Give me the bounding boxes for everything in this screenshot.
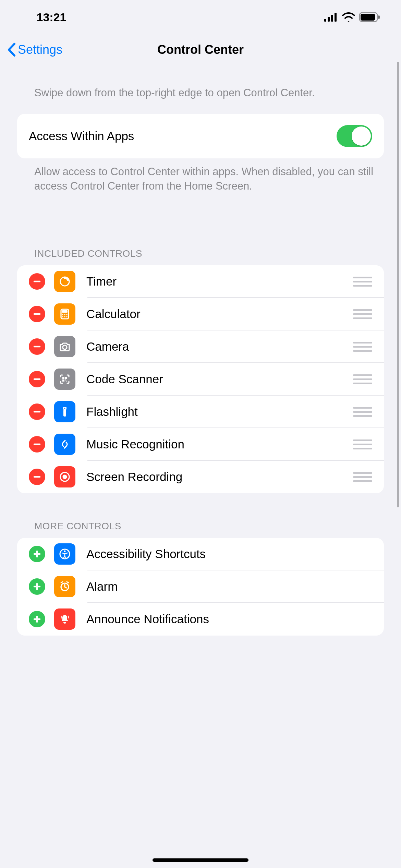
announce-icon xyxy=(54,608,75,630)
access-label: Access Within Apps xyxy=(29,129,337,143)
remove-button[interactable] xyxy=(29,338,45,355)
svg-rect-11 xyxy=(62,310,68,313)
included-row-flash: Flashlight xyxy=(17,396,384,428)
row-label: Announce Notifications xyxy=(86,612,384,626)
status-indicators xyxy=(324,12,380,22)
scroll-indicator xyxy=(397,62,399,507)
included-row-calc: Calculator xyxy=(17,298,384,330)
calc-icon xyxy=(54,303,75,325)
shazam-icon xyxy=(54,434,75,455)
row-label: Music Recognition xyxy=(86,437,353,451)
remove-button[interactable] xyxy=(29,436,45,453)
svg-point-14 xyxy=(66,314,68,315)
svg-rect-0 xyxy=(324,19,326,22)
included-row-shazam: Music Recognition xyxy=(17,428,384,461)
svg-point-13 xyxy=(64,314,65,315)
drag-handle[interactable] xyxy=(353,407,372,417)
toggle-knob xyxy=(352,126,371,146)
remove-button[interactable] xyxy=(29,469,45,485)
svg-point-17 xyxy=(66,316,68,317)
home-indicator xyxy=(153,858,248,862)
qr-icon xyxy=(54,369,75,390)
remove-button[interactable] xyxy=(29,273,45,290)
more-row-announce: Announce Notifications xyxy=(17,603,384,636)
drag-handle[interactable] xyxy=(353,439,372,449)
access-group: Access Within Apps xyxy=(17,114,384,158)
drag-handle[interactable] xyxy=(353,309,372,319)
svg-point-16 xyxy=(64,316,65,317)
accessibility-icon xyxy=(54,543,75,565)
remove-button[interactable] xyxy=(29,403,45,420)
timer-icon xyxy=(54,271,75,292)
row-label: Accessibility Shortcuts xyxy=(86,547,384,561)
svg-rect-6 xyxy=(378,15,380,19)
svg-point-15 xyxy=(62,316,63,317)
add-button[interactable] xyxy=(29,578,45,595)
battery-icon xyxy=(359,12,380,22)
more-row-alarm: Alarm xyxy=(17,570,384,603)
remove-button[interactable] xyxy=(29,371,45,387)
svg-line-44 xyxy=(61,582,63,583)
remove-button[interactable] xyxy=(29,306,45,322)
drag-handle[interactable] xyxy=(353,277,372,287)
status-bar: 13:21 xyxy=(0,0,401,34)
access-note: Allow access to Control Center within ap… xyxy=(0,158,401,193)
svg-rect-25 xyxy=(66,381,68,382)
wifi-icon xyxy=(342,12,355,22)
svg-point-12 xyxy=(62,314,63,315)
svg-rect-2 xyxy=(331,15,333,22)
access-within-apps-cell: Access Within Apps xyxy=(17,114,384,158)
more-header: MORE CONTROLS xyxy=(0,521,401,538)
drag-handle[interactable] xyxy=(353,342,372,352)
svg-rect-21 xyxy=(62,377,64,379)
drag-handle[interactable] xyxy=(353,374,372,384)
more-controls-group: Accessibility ShortcutsAlarmAnnounce Not… xyxy=(17,538,384,636)
included-controls-group: TimerCalculatorCamera Code ScannerFlashl… xyxy=(17,265,384,493)
included-header: INCLUDED CONTROLS xyxy=(0,248,401,265)
svg-rect-23 xyxy=(62,379,64,382)
row-label: Flashlight xyxy=(86,405,353,419)
svg-point-28 xyxy=(64,408,65,409)
chevron-left-icon xyxy=(7,43,16,57)
nav-bar: Settings Control Center xyxy=(0,34,401,65)
svg-point-38 xyxy=(64,551,66,552)
row-label: Code Scanner xyxy=(86,372,353,386)
row-label: Timer xyxy=(86,275,353,288)
page-title: Control Center xyxy=(157,43,244,57)
add-button[interactable] xyxy=(29,611,45,627)
row-label: Screen Recording xyxy=(86,470,353,484)
svg-rect-5 xyxy=(361,14,375,21)
row-label: Alarm xyxy=(86,580,384,593)
svg-rect-1 xyxy=(328,17,330,22)
included-row-camera: Camera xyxy=(17,330,384,363)
svg-point-34 xyxy=(63,475,67,479)
flash-icon xyxy=(54,401,75,422)
camera-icon xyxy=(54,336,75,357)
back-button[interactable]: Settings xyxy=(7,43,62,57)
row-label: Camera xyxy=(86,340,353,353)
cellular-icon xyxy=(324,13,338,22)
svg-point-19 xyxy=(63,345,67,349)
svg-rect-22 xyxy=(65,377,67,379)
intro-text: Swipe down from the top-right edge to op… xyxy=(0,65,401,114)
included-row-record: Screen Recording xyxy=(17,461,384,493)
add-button[interactable] xyxy=(29,546,45,562)
status-time: 13:21 xyxy=(0,11,103,24)
svg-rect-3 xyxy=(335,13,337,22)
alarm-icon xyxy=(54,576,75,597)
drag-handle[interactable] xyxy=(353,472,372,482)
included-row-timer: Timer xyxy=(17,265,384,298)
svg-rect-24 xyxy=(65,379,66,381)
record-icon xyxy=(54,466,75,487)
back-label: Settings xyxy=(18,43,62,57)
access-toggle[interactable] xyxy=(337,125,372,147)
more-row-accessibility: Accessibility Shortcuts xyxy=(17,538,384,570)
svg-rect-29 xyxy=(63,410,66,417)
svg-line-43 xyxy=(65,587,66,588)
included-row-qr: Code Scanner xyxy=(17,363,384,396)
svg-line-45 xyxy=(67,582,69,583)
row-label: Calculator xyxy=(86,307,353,321)
